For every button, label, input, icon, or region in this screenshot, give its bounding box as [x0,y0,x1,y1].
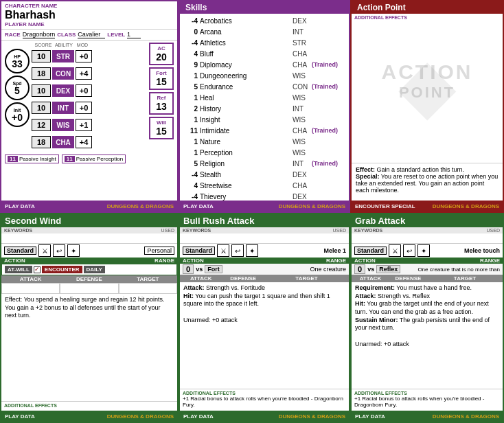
effect-label: Effect: [356,166,375,173]
list-item: 1 Dungeoneering WIS [183,70,346,81]
dex-row: 10 DEX +0 [32,83,92,98]
class-value: Cavalier [78,31,105,38]
bull-rush-panel: Bull Rush Attack KEYWORDS USED Standard … [179,213,350,423]
level-label: LEVEL [107,32,125,38]
grab-action-label: ACTION [354,258,376,264]
str-name: STR [52,50,74,62]
grab-attack-val: 0 [354,264,365,274]
special-label: Special: [356,173,380,180]
star-icon: ✦ [67,244,80,257]
grab-attack-header: ATTACK [352,275,389,282]
encounter-check-icon [34,266,41,273]
br-action-label: ACTION [183,258,204,264]
con-name: CON [52,67,74,80]
sword-icon: ⚔ [38,244,51,257]
class-label: CLASS [57,32,76,38]
con-score: 18 [32,67,51,80]
init-circle: Init +0 [5,102,30,127]
grab-ae-text: +1 Racial bonus to attack rolls when you… [354,396,500,408]
list-item: 5 Religion INT (Trained) [183,158,346,169]
sw-footer-dnd: DUNGEONS & DRAGONS [107,413,174,420]
cha-row: 18 CHA +4 [32,135,92,150]
effect-text: Gain a standard action this turn. [377,166,465,173]
skills-footer-left: PLAY DATA [183,203,214,209]
level-value: 1 [127,31,141,38]
ability-header: ABILITY [54,43,73,47]
sw-keywords-label: KEYWORDS [4,228,32,233]
list-item: -4 Athletics STR [183,37,346,48]
skills-footer-dnd: DUNGEONS & DRAGONS [279,203,345,209]
sw-encounter: ENCOUNTER [42,266,82,273]
sw-range-label: RANGE [154,258,174,264]
wis-name: WIS [52,119,74,131]
will-box: Will 15 [149,117,174,139]
grab-defense-header: DEFENSE [389,275,427,282]
sw-title: Second Wind [1,214,177,227]
dex-name: DEX [52,84,74,97]
arrow-icon2: ↩ [231,244,244,257]
br-body: Attack: Strength vs. Fortitude Hit: You … [180,282,349,326]
br-ae-label: ADDITIONAL EFFECTS [183,391,346,396]
br-attack-header: ATTACK [180,275,222,282]
dex-score: 10 [32,84,51,97]
br-target-header: TARGET [264,275,349,282]
char-footer-dnd: DUNGEONS & DRAGONS [107,203,174,209]
char-name: Bharhash [5,9,174,21]
grab-range-label: RANGE [480,258,500,264]
list-item: -4 Acrobatics DEX [183,15,346,26]
star-icon3: ✦ [417,244,430,257]
br-keywords-content [180,233,349,243]
grab-range-type: Melee touch [464,247,500,254]
con-mod: +4 [76,67,92,80]
br-vs: vs [196,266,203,273]
star-icon2: ✦ [246,244,258,257]
list-item: 4 Streetwise CHA [183,180,346,191]
sw-daily: DAILY [84,266,105,273]
sw-action-type: Standard [4,247,36,255]
grab-attack-panel: Grab Attack KEYWORDS USED Standard ⚔ ↩ ✦… [350,213,504,423]
race-value: Dragonborn [23,31,56,38]
br-defense-header: DEFENSE [222,275,265,282]
br-action-type: Standard [183,247,215,255]
grab-footer-dnd: DUNGEONS & DRAGONS [433,413,499,420]
sw-ae-label: ADDITIONAL EFFECTS [4,403,174,408]
br-range-label: RANGE [326,258,346,264]
br-keywords-label: KEYWORDS [183,228,211,233]
sw-personal: Personal [144,247,174,255]
speed-circle: Spd 5 [5,76,30,100]
skills-panel: Skills -4 Acrobatics DEX 0 Arcana INT -4… [179,0,350,213]
action-additional-label: ADDITIONAL EFFECTS [352,14,503,21]
mod-header: MOD [75,43,90,47]
action-point-panel: Action Point ADDITIONAL EFFECTS ◆ ACTION… [350,0,504,213]
sw-used-label: USED [161,228,174,233]
wis-mod: +1 [76,119,92,131]
arrow-icon3: ↩ [403,244,415,257]
action-footer-left: ENCOUNTER SPECIAL [355,203,415,209]
encounter-checkbox[interactable]: ENCOUNTER [34,266,82,273]
int-score: 10 [32,102,51,114]
grab-used-label: USED [487,228,500,233]
char-footer-left: PLAY DATA [5,203,35,209]
grab-target: One creature that is no more than [417,266,500,273]
list-item: -4 Stealth DEX [183,169,346,180]
ref-box: Ref 13 [149,92,174,115]
wis-row: 12 WIS +1 [32,117,92,133]
int-row: 10 INT +0 [32,100,92,115]
list-item: 4 Bluff CHA [183,48,346,59]
hp-circle: HP 33 [5,49,30,73]
br-range-type: Melee 1 [323,247,346,254]
br-footer-dnd: DUNGEONS & DRAGONS [279,413,345,420]
skills-title: Skills [180,1,349,14]
sw-keywords-content [1,233,177,243]
br-footer-left: PLAY DATA [183,413,214,420]
grab-keywords-content [352,233,503,243]
wis-score: 12 [32,119,51,131]
br-attack-val: 0 [183,264,194,274]
list-item: 1 Insight WIS [183,114,346,125]
sw-body: Effect: You spend a healing surge and re… [1,294,177,322]
sw-target-header: TARGET [119,275,177,283]
char-name-label: CHARACTER NAME [5,3,174,9]
list-item: 2 History INT [183,103,346,114]
sw-attack-header: ATTACK [1,275,60,283]
character-panel: CHARACTER NAME Bharhash PLAYER NAME RACE… [0,0,179,213]
